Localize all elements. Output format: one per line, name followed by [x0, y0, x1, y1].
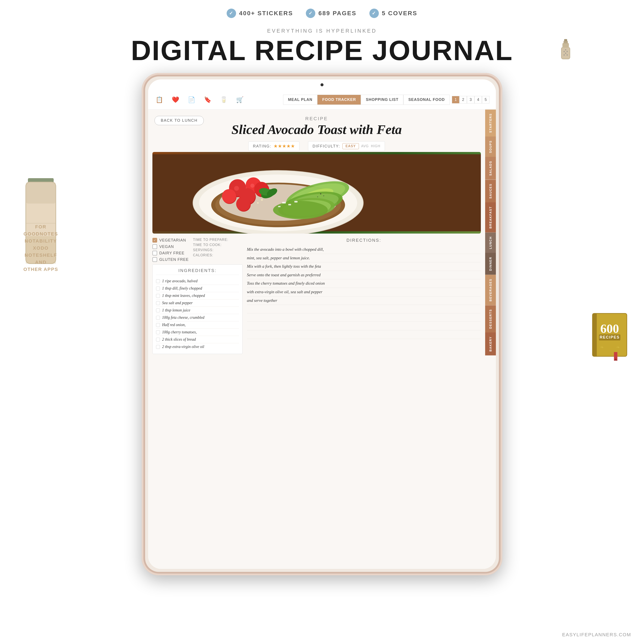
ingredient-10-text: 2 tbsp extra-virgin olive oil	[162, 345, 204, 349]
svg-rect-61	[592, 313, 597, 356]
ingredient-1: 1 ripe avocado, halved	[156, 278, 239, 285]
nav-icon-bookmark[interactable]: 🔖	[203, 95, 213, 105]
difficulty-label: DIFFICULTY:	[313, 144, 340, 149]
svg-point-9	[567, 54, 568, 56]
direction-7: and serve together	[247, 296, 481, 305]
ing-checkbox-4[interactable]	[156, 301, 160, 305]
ingredient-8: 100g cherry tomatoes,	[156, 329, 239, 336]
svg-rect-56	[288, 204, 291, 205]
ingredient-7-text: Half red onion,	[162, 323, 186, 327]
nav-icon-cup[interactable]: 🥛	[219, 95, 229, 105]
watermark: EASYLIFEPLANNERS.COM	[562, 632, 631, 638]
svg-point-37	[234, 186, 239, 191]
bottom-content: ✓ VEGETARIAN VEGAN DAIRY FREE	[152, 238, 481, 567]
upper-left: ✓ VEGETARIAN VEGAN DAIRY FREE	[152, 238, 243, 262]
svg-point-48	[236, 197, 250, 211]
svg-point-53	[317, 196, 318, 197]
check-icon-1: ✓	[227, 9, 236, 18]
ingredient-4-text: Sea salt and pepper	[162, 301, 193, 305]
nav-icon-cart[interactable]: 🛒	[235, 95, 245, 105]
nav-icon-favorites[interactable]: ❤️	[171, 95, 180, 105]
diet-section: ✓ VEGETARIAN VEGAN DAIRY FREE	[152, 238, 189, 262]
difficulty-easy[interactable]: EASY	[342, 143, 359, 149]
ingredient-9: 2 thick slices of bread	[156, 336, 239, 343]
ingredient-9-text: 2 thick slices of bread	[162, 337, 196, 342]
gluten-free-label: GLUTEN FREE	[159, 257, 189, 262]
svg-point-52	[320, 193, 321, 194]
tab-seasonal-food[interactable]: SEASONAL FOOD	[403, 95, 450, 105]
recipe-label: RECIPE	[148, 116, 485, 122]
nav-num-1[interactable]: 1	[452, 96, 459, 103]
ingredients-section: INGREDIENTS: 1 ripe avocado, halved 1 tb…	[152, 264, 243, 354]
nav-icon-notes[interactable]: 📄	[187, 95, 196, 105]
ing-checkbox-9[interactable]	[156, 338, 160, 342]
nav-num-2[interactable]: 2	[459, 96, 467, 103]
tab-dinner[interactable]: DINNER	[485, 253, 496, 275]
tablet-inner: 📋 ❤️ 📄 🔖 🥛 🛒 MEAL PLAN FOOD TRACKER SHOP…	[148, 79, 496, 569]
tab-breakfast[interactable]: BREAKFAST	[485, 202, 496, 232]
time-prepare-label: TIME TO PREPARE:	[193, 238, 228, 242]
svg-text:600: 600	[600, 322, 619, 336]
diet-vegetarian: ✓ VEGETARIAN	[152, 238, 189, 243]
vegetarian-checkbox[interactable]: ✓	[152, 238, 157, 243]
right-panel: DIRECTIONS: Mix the avocado into a bowl …	[247, 238, 481, 567]
ing-checkbox-2[interactable]	[156, 287, 160, 290]
direction-6: with extra-virgin olive oil, sea salt an…	[247, 288, 481, 296]
tab-soups[interactable]: SOUPS	[485, 137, 496, 157]
nav-icons: 📋 ❤️ 📄 🔖 🥛 🛒	[155, 95, 283, 105]
ing-checkbox-10[interactable]	[156, 345, 160, 349]
tab-bakery[interactable]: BAKERY	[485, 333, 496, 355]
tab-food-tracker[interactable]: FOOD TRACKER	[317, 95, 361, 105]
svg-point-4	[565, 49, 566, 50]
ing-checkbox-3[interactable]	[156, 294, 160, 298]
ingredient-3: 1 tbsp mint leaves, chopped	[156, 292, 239, 299]
time-section: TIME TO PREPARE: TIME TO COOK: SERVINGS:…	[193, 238, 228, 262]
left-panel: ✓ VEGETARIAN VEGAN DAIRY FREE	[152, 238, 243, 567]
vegan-label: VEGAN	[159, 245, 174, 249]
feature-pages-label: 689 PAGES	[318, 10, 356, 17]
svg-rect-1	[562, 43, 569, 48]
servings-label: SERVINGS:	[193, 248, 225, 252]
nav-icon-recipes[interactable]: 📋	[155, 95, 164, 105]
difficulty-avg[interactable]: AVG	[361, 144, 369, 148]
ing-checkbox-1[interactable]	[156, 279, 160, 283]
check-icon-3: ✓	[369, 9, 379, 18]
tab-beverages[interactable]: BEVERAGES	[485, 275, 496, 305]
svg-rect-3	[564, 39, 567, 41]
feature-stickers: ✓ 400+ STICKERS	[227, 9, 293, 18]
ing-checkbox-5[interactable]	[156, 308, 160, 312]
nav-num-3[interactable]: 3	[467, 96, 474, 103]
tab-desserts[interactable]: DESSERTS	[485, 305, 496, 333]
ing-checkbox-8[interactable]	[156, 330, 160, 334]
servings-row: SERVINGS:	[193, 248, 228, 252]
direction-5: Toss the cherry tomatoes and finely dice…	[247, 279, 481, 288]
tab-salads[interactable]: SALADS	[485, 157, 496, 180]
ing-checkbox-7[interactable]	[156, 323, 160, 327]
feature-bar: ✓ 400+ STICKERS ✓ 689 PAGES ✓ 5 COVERS	[227, 9, 417, 18]
direction-1: Mix the avocado into a bowl with chopped…	[247, 245, 481, 254]
direction-9: _	[247, 313, 481, 322]
svg-point-7	[565, 53, 566, 54]
tab-starters[interactable]: STARTERS	[485, 109, 496, 137]
time-prepare-row: TIME TO PREPARE:	[193, 238, 228, 242]
nav-num-5[interactable]: 5	[482, 96, 489, 103]
gluten-free-checkbox[interactable]	[152, 257, 157, 262]
hyperlinked-text: EVERYTHING IS HYPERLINKED	[267, 28, 377, 34]
rating-row: RATING: ★★★★★ DIFFICULTY: EASY AVG HIGH	[148, 141, 485, 151]
tab-shopping-list[interactable]: SHOPPING LIST	[361, 95, 403, 105]
nav-numbers: 1 2 3 4 5	[452, 96, 489, 103]
ing-checkbox-6[interactable]	[156, 316, 160, 320]
svg-point-8	[563, 54, 565, 56]
ingredient-4: Sea salt and pepper	[156, 299, 239, 307]
tab-meal-plan[interactable]: MEAL PLAN	[283, 95, 317, 105]
feature-stickers-label: 400+ STICKERS	[239, 10, 293, 17]
svg-point-54	[323, 195, 324, 196]
nav-num-4[interactable]: 4	[474, 96, 482, 103]
direction-8: _	[247, 305, 481, 313]
vegan-checkbox[interactable]	[152, 244, 157, 249]
difficulty-high[interactable]: HIGH	[371, 144, 380, 148]
tab-lunch[interactable]: LUNCH	[485, 232, 496, 253]
dairy-free-checkbox[interactable]	[152, 251, 157, 255]
tab-sauces[interactable]: SAUCES	[485, 180, 496, 202]
nav-tabs: MEAL PLAN FOOD TRACKER SHOPPING LIST SEA…	[283, 95, 450, 105]
